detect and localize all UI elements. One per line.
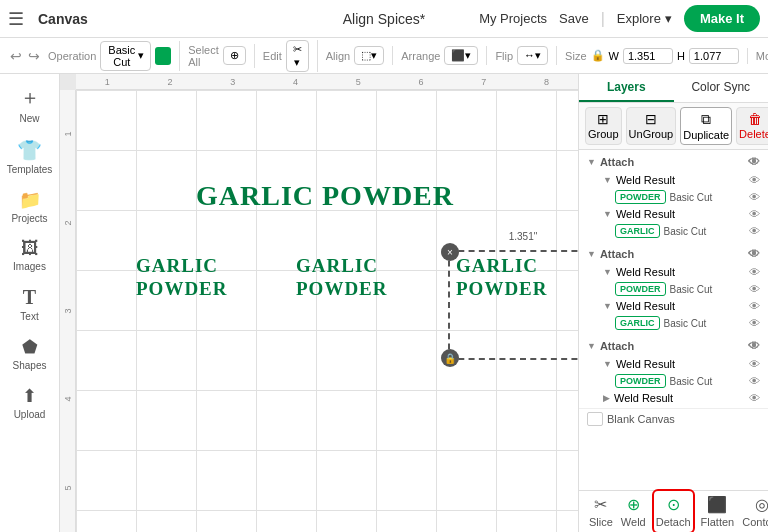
- sidebar-item-upload[interactable]: ⬆ Upload: [4, 379, 56, 426]
- detach-icon: ⊙: [667, 495, 680, 514]
- save-button[interactable]: Save: [559, 11, 589, 26]
- visibility-icon[interactable]: 👁: [749, 266, 760, 278]
- hamburger-icon[interactable]: ☰: [8, 8, 24, 30]
- selection-dimension: 1.351": [505, 230, 542, 243]
- chevron-icon: ▼: [603, 301, 612, 311]
- chevron-icon: ▼: [603, 209, 612, 219]
- height-label: H: [677, 50, 685, 62]
- canvas-area[interactable]: 1 2 3 4 5 6 7 8 1 2 3 4 5 GARLIC POWDER …: [60, 74, 578, 532]
- sidebar-item-text[interactable]: T Text: [4, 280, 56, 328]
- select-all-button[interactable]: ⊕: [223, 46, 246, 65]
- sidebar-item-projects[interactable]: 📁 Projects: [4, 183, 56, 230]
- explore-menu[interactable]: Explore ▾: [617, 11, 672, 26]
- make-it-button[interactable]: Make It: [684, 5, 760, 32]
- weld-item-powder-1[interactable]: POWDER Basic Cut 👁: [579, 188, 768, 206]
- left-sidebar: ＋ New 👕 Templates 📁 Projects 🖼 Images T …: [0, 74, 60, 532]
- attach-header-3[interactable]: ▼ Attach 👁: [579, 336, 768, 356]
- weld-icon: ⊕: [627, 495, 640, 514]
- sidebar-item-images[interactable]: 🖼 Images: [4, 232, 56, 278]
- weld-result-1a[interactable]: ▼ Weld Result 👁: [579, 172, 768, 188]
- weld-item-garlic-2[interactable]: GARLIC Basic Cut 👁: [579, 314, 768, 332]
- arrange-section: Arrange ⬛▾: [401, 46, 487, 65]
- group-icon: ⊞: [597, 111, 609, 127]
- ungroup-button[interactable]: ⊟ UnGroup: [626, 107, 677, 145]
- lock-icon: 🔒: [591, 49, 605, 62]
- operation-label: Operation: [48, 50, 96, 62]
- arrange-button[interactable]: ⬛▾: [444, 46, 478, 65]
- visibility-icon[interactable]: 👁: [749, 174, 760, 186]
- width-input[interactable]: [623, 48, 673, 64]
- operation-dropdown[interactable]: Basic Cut ▾: [100, 41, 151, 71]
- redo-button[interactable]: ↪: [26, 46, 42, 66]
- layer-group-3: ▼ Attach 👁 ▼ Weld Result 👁 POWDER Basic …: [579, 334, 768, 408]
- slice-icon: ✂: [594, 495, 607, 514]
- weld-button[interactable]: ⊕ Weld: [619, 491, 648, 532]
- duplicate-button[interactable]: ⧉ Duplicate: [680, 107, 732, 145]
- handle-top-left[interactable]: ×: [441, 243, 459, 261]
- visibility-icon-3[interactable]: 👁: [748, 339, 760, 353]
- weld-result-3b[interactable]: ▶ Weld Result 👁: [579, 390, 768, 406]
- sidebar-item-new[interactable]: ＋ New: [4, 78, 56, 130]
- weld-result-2a[interactable]: ▼ Weld Result 👁: [579, 264, 768, 280]
- contour-button[interactable]: ◎ Contour: [740, 491, 768, 532]
- more-label[interactable]: More: [756, 50, 768, 62]
- undo-button[interactable]: ↩: [8, 46, 24, 66]
- sidebar-label-shapes: Shapes: [13, 360, 47, 371]
- chevron-icon: ▼: [603, 359, 612, 369]
- flatten-button[interactable]: ⬛ Flatten: [699, 491, 737, 532]
- attach-header-2[interactable]: ▼ Attach 👁: [579, 244, 768, 264]
- my-projects-link[interactable]: My Projects: [479, 11, 547, 26]
- handle-bottom-left[interactable]: 🔒: [441, 349, 459, 367]
- weld-result-3a[interactable]: ▼ Weld Result 👁: [579, 356, 768, 372]
- selection-box: 1.351" × ↻ 🔒 ↔: [448, 250, 578, 360]
- visibility-icon[interactable]: 👁: [749, 191, 760, 203]
- canvas-grid[interactable]: GARLIC POWDER GARLIC POWDER GARLIC POWDE…: [76, 90, 578, 532]
- tab-color-sync[interactable]: Color Sync: [674, 74, 769, 102]
- cut-label: Basic Cut: [670, 284, 713, 295]
- sidebar-label-upload: Upload: [14, 409, 46, 420]
- color-swatch[interactable]: [155, 47, 171, 65]
- select-all-label: Select All: [188, 44, 219, 68]
- visibility-icon[interactable]: 👁: [749, 300, 760, 312]
- group-button[interactable]: ⊞ Group: [585, 107, 622, 145]
- visibility-icon-1[interactable]: 👁: [748, 155, 760, 169]
- visibility-icon[interactable]: 👁: [749, 358, 760, 370]
- weld-result-1b[interactable]: ▼ Weld Result 👁: [579, 206, 768, 222]
- contour-icon: ◎: [755, 495, 768, 514]
- visibility-icon[interactable]: 👁: [749, 225, 760, 237]
- visibility-icon[interactable]: 👁: [749, 392, 760, 404]
- visibility-icon-2[interactable]: 👁: [748, 247, 760, 261]
- visibility-icon[interactable]: 👁: [749, 375, 760, 387]
- attach-header-1[interactable]: ▼ Attach 👁: [579, 152, 768, 172]
- sidebar-label-text: Text: [20, 311, 38, 322]
- weld-item-powder-3[interactable]: POWDER Basic Cut 👁: [579, 372, 768, 390]
- detach-button[interactable]: ⊙ Detach: [652, 489, 695, 532]
- visibility-icon[interactable]: 👁: [749, 283, 760, 295]
- height-input[interactable]: [689, 48, 739, 64]
- sidebar-label-images: Images: [13, 261, 46, 272]
- nav-divider: |: [601, 10, 605, 28]
- projects-icon: 📁: [19, 189, 41, 211]
- weld-result-2b[interactable]: ▼ Weld Result 👁: [579, 298, 768, 314]
- size-section: Size 🔒 W H: [565, 48, 748, 64]
- visibility-icon[interactable]: 👁: [749, 317, 760, 329]
- sidebar-item-shapes[interactable]: ⬟ Shapes: [4, 330, 56, 377]
- weld-item-garlic-1[interactable]: GARLIC Basic Cut 👁: [579, 222, 768, 240]
- tab-layers[interactable]: Layers: [579, 74, 674, 102]
- select-all-section: Select All ⊕: [188, 44, 255, 68]
- visibility-icon[interactable]: 👁: [749, 208, 760, 220]
- align-button[interactable]: ⬚▾: [354, 46, 384, 65]
- flip-button[interactable]: ↔▾: [517, 46, 548, 65]
- cut-label: Basic Cut: [664, 318, 707, 329]
- powder-badge: POWDER: [615, 374, 666, 388]
- weld-item-powder-2[interactable]: POWDER Basic Cut 👁: [579, 280, 768, 298]
- chevron-icon: ▼: [587, 249, 596, 259]
- delete-button[interactable]: 🗑 Delete: [736, 107, 768, 145]
- edit-button[interactable]: ✂▾: [286, 40, 309, 72]
- slice-button[interactable]: ✂ Slice: [587, 491, 615, 532]
- nav-right: My Projects Save | Explore ▾ Make It: [479, 5, 760, 32]
- document-title: Align Spices*: [343, 11, 426, 27]
- sidebar-item-templates[interactable]: 👕 Templates: [4, 132, 56, 181]
- ruler-horizontal: 1 2 3 4 5 6 7 8: [76, 74, 578, 90]
- weld-result-label: Weld Result: [616, 174, 745, 186]
